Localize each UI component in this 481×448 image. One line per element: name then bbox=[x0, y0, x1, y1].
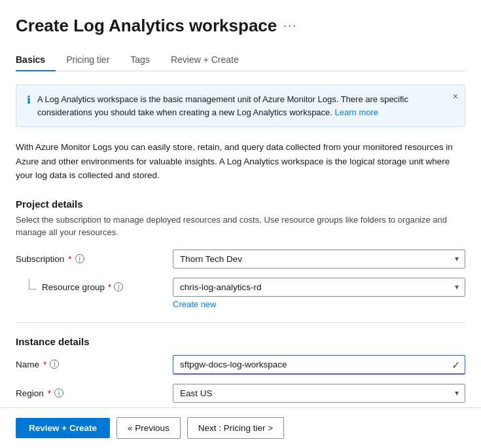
section-divider bbox=[16, 322, 465, 323]
name-input[interactable] bbox=[173, 355, 465, 375]
tab-review-create[interactable]: Review + Create bbox=[160, 49, 249, 71]
name-label: Name * i bbox=[16, 355, 173, 369]
region-dropdown[interactable]: East US bbox=[173, 384, 465, 403]
subscription-row: Subscription * i Thorn Tech Dev ▾ bbox=[16, 250, 465, 269]
region-row: Region * i East US ▾ bbox=[16, 384, 465, 403]
info-banner: ℹ A Log Analytics workspace is the basic… bbox=[16, 84, 465, 127]
subscription-info-icon[interactable]: i bbox=[75, 254, 84, 263]
subscription-dropdown[interactable]: Thorn Tech Dev bbox=[173, 250, 465, 269]
region-control: East US ▾ bbox=[173, 384, 465, 403]
resource-group-dropdown-wrapper: chris-log-analytics-rd ▾ bbox=[173, 278, 465, 297]
project-details-section: Project details Select the subscription … bbox=[16, 198, 465, 309]
resource-group-row: Resource group * i chris-log-analytics-r… bbox=[16, 278, 465, 309]
info-banner-text: A Log Analytics workspace is the basic m… bbox=[37, 93, 441, 119]
subscription-dropdown-wrapper: Thorn Tech Dev ▾ bbox=[173, 250, 465, 269]
subscription-label: Subscription * i bbox=[16, 250, 173, 264]
tab-bar: Basics Pricing tier Tags Review + Create bbox=[16, 49, 465, 71]
page-description: With Azure Monitor Logs you can easily s… bbox=[16, 140, 465, 183]
subscription-control: Thorn Tech Dev ▾ bbox=[173, 250, 465, 269]
project-details-title: Project details bbox=[16, 198, 465, 210]
page-header: Create Log Analytics workspace ··· bbox=[16, 16, 465, 36]
resource-group-required: * bbox=[108, 282, 111, 292]
resource-group-label-cell: Resource group * i bbox=[16, 278, 173, 292]
region-label: Region * i bbox=[16, 384, 173, 398]
create-new-link[interactable]: Create new bbox=[173, 299, 216, 309]
close-banner-button[interactable]: × bbox=[453, 92, 458, 101]
page-title: Create Log Analytics workspace bbox=[16, 16, 277, 36]
name-control: ✓ bbox=[173, 355, 465, 375]
resource-group-control: chris-log-analytics-rd ▾ Create new bbox=[173, 278, 465, 309]
more-options-button[interactable]: ··· bbox=[283, 19, 297, 33]
region-required: * bbox=[48, 388, 51, 398]
name-valid-icon: ✓ bbox=[452, 358, 460, 371]
name-required: * bbox=[43, 360, 46, 369]
region-dropdown-wrapper: East US ▾ bbox=[173, 384, 465, 403]
region-info-icon[interactable]: i bbox=[54, 388, 63, 398]
info-icon: ℹ bbox=[27, 94, 31, 106]
footer: Review + Create « Previous Next : Pricin… bbox=[0, 407, 481, 448]
instance-details-section: Instance details Name * i ✓ Region * i bbox=[16, 336, 465, 403]
tab-pricing-tier[interactable]: Pricing tier bbox=[56, 49, 120, 71]
tab-tags[interactable]: Tags bbox=[120, 49, 160, 71]
subscription-required: * bbox=[68, 254, 71, 264]
resource-group-label-text: Resource group bbox=[42, 282, 105, 292]
name-row: Name * i ✓ bbox=[16, 355, 465, 375]
learn-more-link[interactable]: Learn more bbox=[335, 107, 378, 117]
instance-details-title: Instance details bbox=[16, 336, 465, 347]
review-create-button[interactable]: Review + Create bbox=[16, 418, 110, 438]
name-info-icon[interactable]: i bbox=[50, 360, 59, 369]
previous-button[interactable]: « Previous bbox=[116, 417, 181, 439]
project-details-description: Select the subscription to manage deploy… bbox=[16, 214, 465, 239]
resource-group-info-icon[interactable]: i bbox=[114, 282, 123, 291]
tab-basics[interactable]: Basics bbox=[16, 49, 56, 71]
name-input-wrapper: ✓ bbox=[173, 355, 465, 375]
resource-group-dropdown[interactable]: chris-log-analytics-rd bbox=[173, 278, 465, 297]
next-button[interactable]: Next : Pricing tier > bbox=[187, 417, 284, 439]
